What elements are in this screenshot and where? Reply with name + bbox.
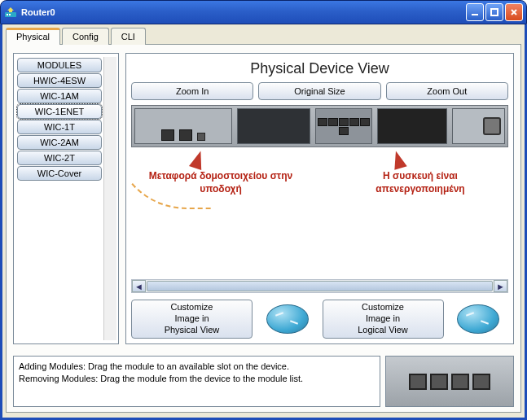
router-logical-icon bbox=[449, 300, 509, 339]
rj45-port-icon bbox=[430, 374, 448, 390]
slot-switch-ports[interactable] bbox=[315, 108, 372, 144]
zoom-in-button[interactable]: Zoom In bbox=[131, 82, 253, 100]
original-size-button[interactable]: Original Size bbox=[258, 82, 380, 100]
module-wic-cover[interactable]: WIC-Cover bbox=[17, 166, 102, 181]
arrow-up-icon bbox=[389, 149, 406, 170]
rj45-port-icon bbox=[472, 374, 490, 390]
slot-empty[interactable] bbox=[237, 108, 310, 144]
zoom-out-button[interactable]: Zoom Out bbox=[386, 82, 508, 100]
title-bar: Router0 bbox=[0, 0, 527, 24]
customize-logical-button[interactable]: Customize Image in Logical View bbox=[323, 300, 444, 339]
power-switch-icon[interactable] bbox=[483, 117, 501, 135]
device-area[interactable]: Μεταφορά δομοστοιχείου στην υποδοχή Η συ… bbox=[131, 105, 508, 274]
tab-cli[interactable]: CLI bbox=[111, 28, 146, 45]
svg-rect-1 bbox=[7, 14, 8, 15]
app-icon bbox=[4, 6, 17, 19]
device-pane: Physical Device View Zoom In Original Si… bbox=[125, 53, 514, 344]
rj45-port-icon bbox=[451, 374, 469, 390]
scroll-right-icon[interactable]: ► bbox=[494, 280, 507, 292]
tab-physical[interactable]: Physical bbox=[6, 28, 60, 45]
router-physical-icon bbox=[257, 300, 318, 339]
rj45-port-icon bbox=[360, 118, 370, 126]
scroll-left-icon[interactable]: ◄ bbox=[132, 280, 146, 292]
help-text: Adding Modules: Drag the module to an av… bbox=[13, 356, 380, 407]
module-sidebar: MODULES HWIC-4ESW WIC-1AM WIC-1ENET WIC-… bbox=[13, 53, 119, 344]
svg-rect-4 bbox=[491, 9, 498, 15]
power-section[interactable] bbox=[452, 108, 505, 144]
close-button[interactable] bbox=[505, 3, 523, 21]
help-line-1: Adding Modules: Drag the module to an av… bbox=[19, 361, 375, 373]
horizontal-scrollbar[interactable]: ◄ ► bbox=[131, 279, 508, 293]
module-wic-1am[interactable]: WIC-1AM bbox=[17, 89, 102, 103]
module-wic-1enet[interactable]: WIC-1ENET bbox=[17, 104, 102, 119]
module-wic-2t[interactable]: WIC-2T bbox=[17, 151, 102, 165]
tab-config[interactable]: Config bbox=[62, 28, 109, 45]
rj45-port-icon bbox=[318, 118, 327, 126]
module-preview[interactable] bbox=[385, 356, 514, 407]
module-wic-2am[interactable]: WIC-2AM bbox=[17, 135, 102, 150]
tab-bar: Physical Config CLI bbox=[6, 27, 521, 45]
module-hwic-4esw[interactable]: HWIC-4ESW bbox=[17, 73, 102, 88]
module-list: MODULES HWIC-4ESW WIC-1AM WIC-1ENET WIC-… bbox=[15, 57, 103, 340]
slot-wan[interactable] bbox=[377, 108, 447, 144]
sidebar-scrollbar[interactable] bbox=[103, 57, 116, 340]
pane-title: Physical Device View bbox=[126, 54, 513, 82]
router-chassis[interactable] bbox=[131, 105, 508, 147]
annotation-drag-module: Μεταφορά δομοστοιχείου στην υποδοχή bbox=[139, 170, 302, 195]
rj45-port-icon bbox=[409, 374, 427, 390]
rj45-port-icon bbox=[349, 118, 359, 126]
maximize-button[interactable] bbox=[485, 3, 503, 21]
modules-header[interactable]: MODULES bbox=[17, 58, 102, 72]
svg-rect-2 bbox=[9, 14, 11, 15]
svg-rect-3 bbox=[472, 14, 478, 15]
rj45-port-icon bbox=[179, 129, 192, 141]
help-line-2: Removing Modules: Drag the module from t… bbox=[19, 373, 375, 385]
slot-card[interactable] bbox=[134, 108, 232, 144]
rj45-port-icon bbox=[339, 127, 349, 135]
module-wic-1t[interactable]: WIC-1T bbox=[17, 120, 102, 134]
minimize-button[interactable] bbox=[466, 3, 484, 21]
scroll-thumb[interactable] bbox=[147, 281, 493, 291]
customize-physical-button[interactable]: Customize Image in Physical View bbox=[131, 300, 253, 339]
annotation-device-off: Η συσκευή είναι απενεργοποιημένη bbox=[347, 170, 494, 195]
arrow-up-icon bbox=[189, 149, 207, 170]
rj45-port-icon bbox=[339, 118, 349, 126]
rj45-port-icon bbox=[328, 118, 338, 126]
aux-port-icon bbox=[197, 133, 205, 141]
window-title: Router0 bbox=[21, 7, 464, 17]
rj45-port-icon bbox=[161, 129, 174, 141]
